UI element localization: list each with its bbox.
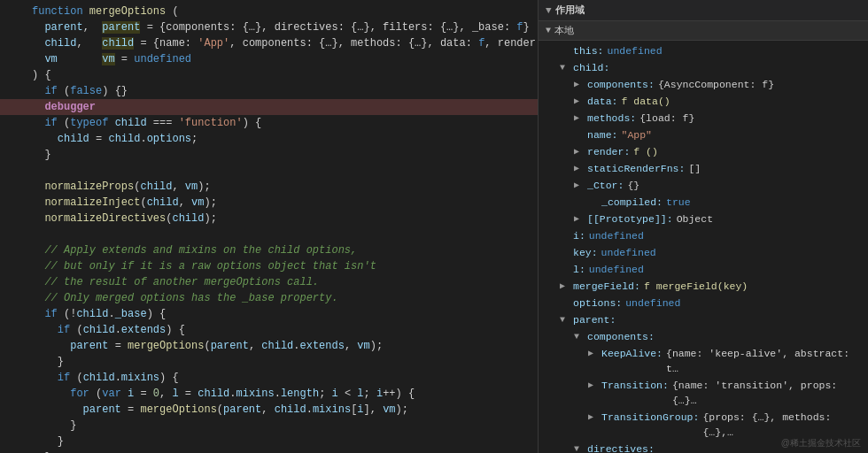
tree-value: {name: 'transition', props: {…}… (672, 378, 861, 408)
line-content: ) { (28, 67, 538, 83)
code-line (0, 163, 538, 179)
code-editor: function mergeOptions ( parent, parent =… (0, 0, 539, 453)
tree-item-child-staticrenderfns[interactable]: ▶ staticRenderFns: [] (539, 160, 868, 177)
code-line: // but only if it is a raw options objec… (0, 258, 538, 274)
tree-value: true (666, 195, 691, 210)
tree-item-child-data[interactable]: ▶ data: f data() (539, 93, 868, 110)
tree-item-transitiongroup[interactable]: ▶ TransitionGroup: {props: {…}, methods:… (539, 409, 868, 441)
tree-toggle: ▶ (588, 378, 599, 393)
tree-value: f data() (622, 94, 670, 109)
tree-key: child: (573, 60, 609, 75)
tree-item-mergefield[interactable]: ▶ mergeField: f mergeField(key) (539, 278, 868, 295)
tree-toggle: ▼ (574, 441, 585, 453)
code-line (0, 226, 538, 242)
tree-item-transition[interactable]: ▶ Transition: {name: 'transition', props… (539, 377, 868, 409)
tree-toggle: ▼ (574, 329, 585, 344)
tree-value: undefined (589, 228, 644, 243)
line-number (0, 338, 28, 354)
line-number (0, 211, 28, 226)
tree-toggle: ▶ (574, 144, 585, 159)
code-line: normalizeInject(child, vm); (0, 195, 538, 211)
line-content: for (var i = 0, l = child.mixins.length;… (28, 386, 538, 402)
tree-key: options: (573, 296, 622, 311)
tree-item-child-prototype[interactable]: ▶ [[Prototype]]: Object (539, 211, 868, 227)
line-number (0, 163, 28, 179)
line-content: if (typeof child === 'function') { (28, 115, 538, 131)
scope-title: 作用域 (555, 4, 585, 17)
line-number (0, 131, 28, 147)
tree-toggle: ▼ (560, 60, 570, 75)
line-content: // Only merged options has the _base pro… (28, 290, 538, 306)
tree-toggle: ▶ (588, 410, 599, 425)
code-line: ) { (0, 67, 538, 83)
line-content: normalizeInject(child, vm); (28, 195, 538, 211)
tree-toggle: ▶ (574, 161, 585, 176)
tree-item-parent[interactable]: ▼ parent: (539, 311, 868, 328)
code-line: } (0, 418, 538, 434)
code-line: for (var i = 0, l = child.mixins.length;… (0, 386, 538, 402)
line-number (0, 226, 28, 242)
tree-item-child-name: name: "App" (539, 127, 868, 143)
code-line: normalizeDirectives(child); (0, 211, 538, 226)
tree-key: KeepAlive: (601, 346, 663, 361)
line-content: if (child.extends) { (28, 322, 538, 338)
tree-item-child-components[interactable]: ▶ components: {AsyncComponent: f} (539, 76, 868, 93)
line-content: child = child.options; (28, 131, 538, 147)
tree-item-child-methods[interactable]: ▶ methods: {load: f} (539, 110, 868, 127)
tree-key: render: (587, 144, 630, 159)
line-content: normalizeDirectives(child); (28, 211, 538, 226)
tree-item-child-ctor[interactable]: ▶ _Ctor: {} (539, 177, 868, 194)
code-line: } (0, 147, 538, 163)
line-content: parent = mergeOptions(parent, child.exte… (28, 338, 538, 354)
scope-tree: this: undefined ▼ child: ▶ components: {… (539, 41, 868, 453)
line-content: } (28, 354, 538, 370)
tree-key: [[Prototype]]: (587, 211, 673, 226)
tree-key: name: (587, 127, 618, 142)
line-content (28, 163, 538, 179)
line-number (0, 434, 28, 449)
tree-toggle: ▶ (574, 178, 585, 193)
tree-value: undefined (601, 245, 656, 260)
line-content: } (28, 434, 538, 449)
code-line: if (false) {} (0, 83, 538, 99)
line-content: if (!child._base) { (28, 306, 538, 322)
tree-key: components: (587, 329, 655, 344)
tree-toggle: ▶ (588, 346, 599, 361)
code-line: // Apply extends and mixins on the child… (0, 242, 538, 258)
tree-toggle: ▶ (560, 279, 570, 294)
code-line: normalizeProps(child, vm); (0, 179, 538, 195)
line-number (0, 354, 28, 370)
tree-item-options: options: undefined (539, 295, 868, 311)
code-line: child = child.options; (0, 131, 538, 147)
line-number (0, 99, 28, 115)
code-line: parent = mergeOptions(parent, child.exte… (0, 338, 538, 354)
tree-item-child[interactable]: ▼ child: (539, 59, 868, 76)
code-line: } (0, 434, 538, 449)
tree-key: methods: (587, 111, 636, 126)
line-content: // but only if it is a raw options objec… (28, 258, 538, 274)
tree-value: Object (677, 211, 713, 226)
tree-key: l: (573, 262, 585, 277)
tree-value: f () (633, 144, 658, 159)
code-lines: function mergeOptions ( parent, parent =… (0, 0, 538, 453)
line-number (0, 195, 28, 211)
tree-item-keepalive[interactable]: ▶ KeepAlive: {name: 'keep-alive', abstra… (539, 345, 868, 377)
line-number (0, 83, 28, 99)
tree-value: [] (688, 161, 701, 176)
code-line: child, child = {name: 'App', components:… (0, 35, 538, 51)
code-line: function mergeOptions ( (0, 4, 538, 19)
line-number (0, 386, 28, 402)
watermark: @稀土掘金技术社区 (781, 437, 861, 449)
line-content: parent, parent = {components: {…}, direc… (28, 19, 538, 35)
scope-section-local-header[interactable]: ▼ 本地 (539, 21, 868, 41)
tree-toggle: ▶ (574, 77, 585, 92)
tree-value: {load: f} (639, 111, 694, 126)
line-number (0, 179, 28, 195)
tree-key: mergeField: (573, 279, 640, 294)
code-line: parent, parent = {components: {…}, direc… (0, 19, 538, 35)
tree-item-parent-components[interactable]: ▼ components: (539, 328, 868, 345)
tree-key: key: (573, 245, 598, 260)
tree-value: {AsyncComponent: f} (658, 77, 774, 92)
tree-item-child-render[interactable]: ▶ render: f () (539, 143, 868, 160)
tree-value: undefined (608, 43, 663, 58)
